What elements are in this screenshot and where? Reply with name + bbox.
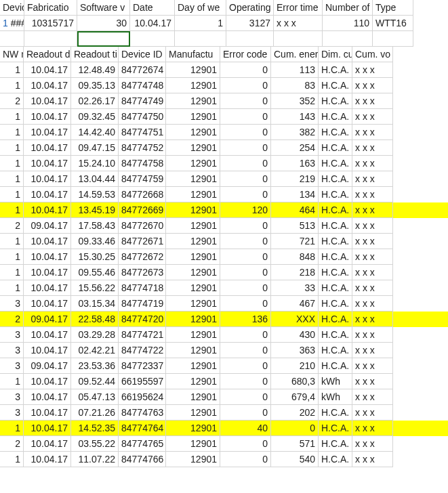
cell[interactable]: kWh bbox=[319, 374, 352, 389]
col-manufacturer[interactable]: Manufactu bbox=[166, 47, 220, 62]
cell[interactable]: 10.04.17 bbox=[24, 187, 71, 202]
cell[interactable] bbox=[274, 31, 323, 47]
cell[interactable]: 09.33.46 bbox=[71, 234, 119, 249]
cell[interactable]: H.C.A. bbox=[319, 78, 352, 93]
cell[interactable]: H.C.A. bbox=[319, 156, 352, 171]
cell[interactable]: 679,4 bbox=[271, 389, 319, 405]
cell[interactable]: 09.47.15 bbox=[71, 140, 119, 156]
cell[interactable]: 12901 bbox=[166, 358, 220, 374]
cell[interactable]: 12901 bbox=[166, 62, 220, 78]
cell[interactable]: 84774766 bbox=[119, 452, 166, 467]
cell[interactable]: 84772669 bbox=[119, 202, 166, 218]
cell[interactable]: H.C.A. bbox=[319, 405, 352, 421]
cell[interactable]: 1 bbox=[0, 280, 24, 296]
cell[interactable]: H.C.A. bbox=[319, 125, 352, 140]
cell[interactable]: WTT16 bbox=[373, 16, 413, 31]
cell[interactable]: 83 bbox=[271, 78, 319, 93]
cell[interactable]: x x x bbox=[352, 421, 393, 436]
cell[interactable]: 03.29.28 bbox=[71, 327, 119, 343]
cell[interactable]: 84774720 bbox=[119, 312, 166, 327]
cell[interactable]: x x x bbox=[352, 93, 393, 109]
cell[interactable]: 3127 bbox=[226, 16, 274, 31]
cell[interactable]: 84774758 bbox=[119, 156, 166, 171]
col-dim-cum[interactable]: Dim. cum. bbox=[319, 47, 352, 62]
cell[interactable]: 09.04.17 bbox=[24, 312, 71, 327]
cell[interactable]: 202 bbox=[271, 405, 319, 421]
cell[interactable]: 10.04.17 bbox=[24, 421, 71, 436]
cell[interactable]: 218 bbox=[271, 265, 319, 280]
cell[interactable]: 12901 bbox=[166, 202, 220, 218]
cell[interactable]: H.C.A. bbox=[319, 421, 352, 436]
cell[interactable]: 0 bbox=[220, 436, 271, 452]
cell[interactable]: 10.04.17 bbox=[24, 327, 71, 343]
cell[interactable]: 14.52.35 bbox=[71, 421, 119, 436]
cell[interactable]: x x x bbox=[352, 249, 393, 265]
cell[interactable]: 113 bbox=[271, 62, 319, 78]
cell[interactable]: 23.53.36 bbox=[71, 358, 119, 374]
cell[interactable]: x x x bbox=[352, 452, 393, 467]
cell[interactable]: 2 bbox=[0, 312, 24, 327]
cell[interactable]: x x x bbox=[274, 16, 323, 31]
cell[interactable]: x x x bbox=[352, 125, 393, 140]
cell[interactable]: 10.04.17 bbox=[24, 171, 71, 187]
cell[interactable]: 571 bbox=[271, 436, 319, 452]
cell[interactable]: 0 bbox=[220, 93, 271, 109]
cell[interactable]: 0 bbox=[220, 280, 271, 296]
cell[interactable]: 0 bbox=[220, 156, 271, 171]
cell[interactable]: 66195597 bbox=[119, 374, 166, 389]
cell[interactable]: H.C.A. bbox=[319, 234, 352, 249]
cell[interactable]: 84774718 bbox=[119, 280, 166, 296]
cell[interactable]: H.C.A. bbox=[319, 202, 352, 218]
cell[interactable]: 848 bbox=[271, 249, 319, 265]
cell[interactable]: x x x bbox=[352, 280, 393, 296]
cell[interactable]: 12901 bbox=[166, 389, 220, 405]
cell[interactable]: 12901 bbox=[166, 125, 220, 140]
cell[interactable]: 10.04.17 bbox=[24, 156, 71, 171]
cell[interactable]: x x x bbox=[352, 436, 393, 452]
cell[interactable]: x x x bbox=[352, 312, 393, 327]
cell[interactable]: 1 bbox=[175, 16, 226, 31]
cell[interactable]: 3 bbox=[0, 327, 24, 343]
cell[interactable]: 10.04.17 bbox=[24, 78, 71, 93]
cell[interactable] bbox=[226, 31, 274, 47]
cell[interactable]: 09.52.44 bbox=[71, 374, 119, 389]
cell[interactable]: x x x bbox=[352, 140, 393, 156]
cell[interactable]: x x x bbox=[352, 202, 393, 218]
cell[interactable]: 15.56.22 bbox=[71, 280, 119, 296]
cell[interactable]: 09.35.13 bbox=[71, 78, 119, 93]
cell[interactable]: 12901 bbox=[166, 452, 220, 467]
cell[interactable]: 513 bbox=[271, 218, 319, 234]
cell[interactable]: 0 bbox=[220, 374, 271, 389]
cell[interactable]: 1 bbox=[0, 421, 24, 436]
cell[interactable]: 12901 bbox=[166, 218, 220, 234]
cell[interactable]: 10.04.17 bbox=[24, 125, 71, 140]
cell[interactable]: H.C.A. bbox=[319, 93, 352, 109]
cell[interactable]: 09.55.46 bbox=[71, 265, 119, 280]
cell[interactable]: 1 bbox=[0, 156, 24, 171]
col-cum-energy[interactable]: Cum. ener bbox=[271, 47, 319, 62]
cell[interactable]: H.C.A. bbox=[319, 312, 352, 327]
cell[interactable]: 12901 bbox=[166, 187, 220, 202]
col-readout-time[interactable]: Readout ti bbox=[71, 47, 119, 62]
col-software[interactable]: Software v bbox=[77, 0, 130, 16]
cell[interactable]: H.C.A. bbox=[319, 140, 352, 156]
col-cum-v[interactable]: Cum. vo bbox=[352, 47, 393, 62]
cell[interactable]: 12901 bbox=[166, 171, 220, 187]
cell[interactable]: x x x bbox=[352, 171, 393, 187]
col-nw[interactable]: NW n bbox=[0, 47, 24, 62]
cell[interactable]: 12901 bbox=[166, 312, 220, 327]
cell[interactable]: 12901 bbox=[166, 343, 220, 358]
cell[interactable]: 84774750 bbox=[119, 109, 166, 125]
cell[interactable]: 03.55.22 bbox=[71, 436, 119, 452]
cell[interactable]: 12901 bbox=[166, 78, 220, 93]
cell[interactable]: 84772673 bbox=[119, 265, 166, 280]
selected-cell[interactable] bbox=[77, 31, 130, 47]
col-device[interactable]: Devic bbox=[0, 0, 24, 16]
cell[interactable]: 1 bbox=[0, 265, 24, 280]
cell[interactable] bbox=[24, 31, 77, 47]
cell[interactable]: 09.32.45 bbox=[71, 109, 119, 125]
cell[interactable]: x x x bbox=[352, 187, 393, 202]
cell[interactable]: 84774763 bbox=[119, 405, 166, 421]
cell[interactable]: 84774751 bbox=[119, 125, 166, 140]
cell[interactable]: 84774749 bbox=[119, 93, 166, 109]
